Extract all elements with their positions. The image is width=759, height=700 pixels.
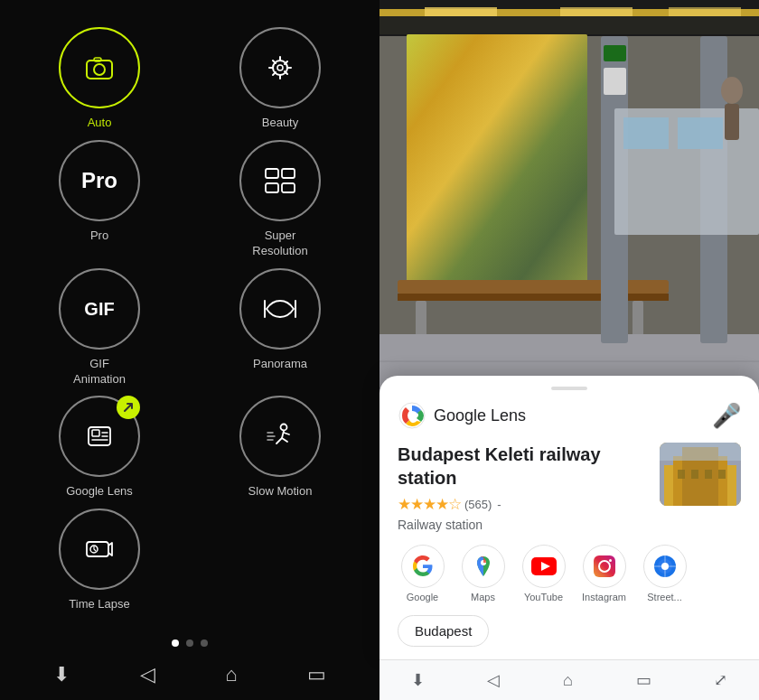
time-lapse-circle — [59, 509, 140, 590]
pro-circle: Pro — [59, 140, 140, 221]
super-circle — [239, 140, 321, 221]
google-lens-icon — [83, 420, 116, 453]
svg-rect-58 — [660, 443, 741, 461]
svg-rect-28 — [380, 16, 759, 34]
right-home-icon[interactable]: ⌂ — [563, 671, 573, 690]
svg-rect-56 — [705, 470, 712, 479]
gif-text-icon: GIF — [84, 299, 114, 319]
camera-mode-beauty[interactable]: Beauty — [199, 27, 361, 131]
svg-rect-41 — [604, 45, 626, 61]
lens-logo-area: Google Lens — [398, 401, 526, 430]
youtube-logo-svg — [531, 557, 557, 575]
camera-mode-pro[interactable]: Pro Pro — [18, 140, 181, 259]
separator: - — [497, 498, 501, 511]
lens-badge — [117, 396, 140, 419]
google-icon-circle — [401, 545, 445, 588]
left-bottom-nav: ⬇ ◁ ⌂ ▭ — [18, 656, 361, 691]
result-info: Budapest Keleti railway station ★★★★☆ (5… — [398, 443, 649, 532]
slow-motion-circle — [239, 396, 321, 477]
google-lens-sheet: Google Lens 🎤 Budapest Keleti railway st… — [380, 376, 759, 659]
instagram-icon-circle — [583, 545, 626, 588]
stars-row: ★★★★☆ (565) - — [398, 495, 649, 514]
svg-rect-8 — [282, 183, 295, 192]
panorama-circle — [239, 268, 321, 350]
camera-icon — [83, 51, 116, 84]
youtube-label: YouTube — [524, 592, 563, 602]
svg-rect-6 — [282, 169, 295, 178]
svg-rect-54 — [678, 470, 685, 479]
right-bottom-nav: ⬇ ◁ ⌂ ▭ ⤢ — [380, 659, 759, 700]
svg-rect-30 — [407, 34, 587, 287]
maps-logo-svg — [472, 555, 495, 578]
lens-header: Google Lens 🎤 — [398, 401, 741, 430]
slow-motion-icon — [264, 420, 296, 453]
mic-icon[interactable]: 🎤 — [712, 402, 741, 430]
camera-mode-super-resolution[interactable]: SuperResolution — [199, 140, 361, 259]
app-icon-instagram[interactable]: Instagram — [579, 545, 629, 602]
svg-rect-7 — [266, 183, 278, 192]
gif-label: GIFAnimation — [73, 357, 126, 387]
lens-title: Google Lens — [434, 406, 526, 425]
svg-point-49 — [408, 412, 416, 419]
beauty-icon — [264, 51, 296, 84]
super-resolution-icon — [264, 167, 296, 194]
svg-rect-57 — [718, 470, 726, 479]
auto-circle — [59, 27, 140, 108]
rating-count: (565) — [464, 498, 492, 511]
budapest-chip-label: Budapest — [415, 623, 472, 639]
camera-mode-auto[interactable]: Auto — [18, 27, 181, 131]
pro-label: Pro — [90, 229, 108, 244]
camera-mode-slow-motion[interactable]: Slow Motion — [199, 396, 361, 499]
dot-3[interactable] — [201, 639, 208, 647]
app-icon-google[interactable]: Google — [398, 545, 447, 602]
camera-mode-panorama[interactable]: Panorama — [199, 268, 361, 387]
svg-rect-55 — [691, 470, 698, 479]
time-lapse-label: Time Lapse — [69, 597, 129, 612]
svg-rect-45 — [678, 117, 723, 149]
home-icon[interactable]: ⌂ — [225, 663, 237, 686]
right-download-icon[interactable]: ⬇ — [411, 670, 425, 690]
svg-point-4 — [277, 65, 283, 70]
chips-row: Budapest — [398, 615, 741, 659]
stars: ★★★★☆ — [398, 495, 461, 514]
panorama-label: Panorama — [253, 357, 307, 372]
dot-2[interactable] — [186, 639, 193, 647]
maps-icon-circle — [462, 545, 505, 588]
app-icons-row: Google Maps — [398, 545, 741, 602]
google-lens-label: Google Lens — [66, 484, 133, 499]
right-back-icon[interactable]: ◁ — [487, 670, 500, 690]
budapest-chip[interactable]: Budapest — [398, 615, 489, 647]
sheet-handle[interactable] — [551, 387, 587, 390]
streetview-label: Street... — [647, 592, 682, 602]
lens-circle — [59, 396, 140, 477]
right-recents-icon[interactable]: ▭ — [636, 670, 651, 690]
dot-1[interactable] — [172, 639, 179, 647]
recents-icon[interactable]: ▭ — [307, 663, 326, 686]
app-icon-youtube[interactable]: YouTube — [519, 545, 568, 602]
download-icon[interactable]: ⬇ — [53, 663, 70, 686]
maps-label: Maps — [471, 592, 495, 602]
gif-circle: GIF — [59, 268, 140, 350]
app-icon-maps[interactable]: Maps — [458, 545, 508, 602]
svg-rect-33 — [416, 301, 426, 337]
back-icon[interactable]: ◁ — [140, 663, 155, 686]
right-panel: Google Lens 🎤 Budapest Keleti railway st… — [380, 0, 759, 700]
pro-text-icon: Pro — [81, 168, 117, 193]
time-lapse-icon — [83, 533, 116, 565]
result-thumbnail[interactable] — [660, 443, 741, 506]
app-icon-streetview[interactable]: Street... — [640, 545, 689, 602]
result-title: Budapest Keleti railway station — [398, 443, 649, 490]
svg-rect-62 — [594, 555, 615, 577]
lens-logo-svg — [398, 401, 426, 430]
right-expand-icon[interactable]: ⤢ — [714, 670, 727, 690]
camera-mode-gif[interactable]: GIF GIFAnimation — [18, 268, 181, 387]
instagram-logo-svg — [593, 555, 616, 578]
streetview-logo-svg — [652, 554, 678, 579]
streetview-icon-circle — [643, 545, 687, 588]
svg-point-16 — [281, 425, 287, 431]
instagram-label: Instagram — [582, 592, 626, 602]
camera-mode-google-lens[interactable]: Google Lens — [18, 396, 181, 499]
svg-rect-44 — [623, 117, 669, 149]
camera-mode-time-lapse[interactable]: Time Lapse — [18, 509, 181, 612]
auto-label: Auto — [88, 116, 112, 131]
